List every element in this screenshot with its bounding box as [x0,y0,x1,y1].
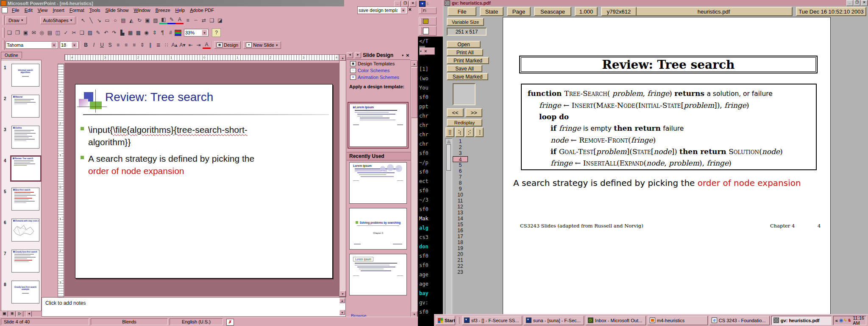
taskbar-button-inbox-microsoft-out-[interactable]: Inbox - Microsoft Out... [586,316,646,325]
gv-print-marked-button[interactable]: Print Marked [447,57,489,64]
unmark-all-pages-button[interactable]: ⢸ [475,127,484,137]
slide[interactable]: Review: Tree search \input{\file{algorit… [75,84,333,278]
mark-all-pages-button[interactable]: ⣿ [445,127,454,137]
slide-thumbnail-8[interactable]: Greedy best-first search example [11,281,39,304]
bullet-text[interactable]: A search strategy is defined by picking … [88,152,254,177]
slide-thumbnail-5[interactable]: Best-first search [11,188,39,211]
menu-format[interactable]: Format [67,7,87,14]
gv-page-number-14[interactable]: 14 [453,216,468,222]
clip-art-icon[interactable]: ▣ [143,17,151,24]
powerpoint-titlebar[interactable]: Microsoft PowerPoint - [m4-heuristics] [0,0,344,6]
find-toolbar-close-icon[interactable]: ✕ [408,7,412,12]
line-color-icon[interactable]: ✎ [167,17,175,24]
menu-view[interactable]: View [35,7,50,14]
scroll-up-icon[interactable]: ▲ [339,298,345,303]
scroll-up-icon[interactable]: ▲ [411,61,417,67]
menu-window[interactable]: Window [131,7,153,14]
task-pane-forward-icon[interactable]: ▸ [355,52,361,58]
gv-page-number-10[interactable]: 10 [453,192,468,198]
mark-current-page-button[interactable]: ⡪ [465,127,474,137]
font-color-icon[interactable]: A [175,17,184,24]
taskbar-button-cs-3243-foundatio-[interactable]: CS 3243 - Foundatio... [709,316,770,325]
task-pane-back-icon[interactable]: ◂ [347,52,353,58]
gv-page-number-5[interactable]: 5 [453,162,468,168]
taskbar-button-suna-suna-f-sec-[interactable]: suna - [suna] - F-Sec... [524,316,584,325]
line-spacing-icon[interactable]: ⇕ [138,41,146,49]
line-style-icon[interactable]: ≡ [184,17,192,24]
bold-icon[interactable]: B [82,41,90,49]
dash-style-icon[interactable]: ┄ [192,17,200,24]
color-grayscale-icon[interactable] [175,30,181,36]
taskbar-button-sf3-f-secure-ss-[interactable]: sf3 - [] - F-Secure SS... [462,316,522,325]
cut-icon[interactable]: ✂ [70,29,78,37]
slide-thumbnail-1[interactable]: Informed search algorithms [11,64,39,87]
gv-variable-size-button[interactable]: Variable Size [447,18,484,26]
menu-adobe-pdf[interactable]: Adobe PDF [187,7,217,14]
messenger-tray-icon[interactable]: ◉ [839,318,843,323]
align-left-icon[interactable]: ≡ [114,41,122,49]
task-pane-menu-icon[interactable]: ▼ [401,54,404,57]
gv-state-button[interactable]: State [480,7,504,16]
insert-chart-icon[interactable]: ▙ [118,29,126,37]
gv-save-marked-button[interactable]: Save Marked [447,73,488,80]
font-size-combobox[interactable]: 18▼ [60,41,78,49]
taskbar-button-gv-heuristics-pdf[interactable]: gv: heuristics.pdf [771,316,832,325]
increase-font-icon[interactable]: A▴ [170,41,178,49]
redo-icon[interactable]: ↷ [110,29,118,37]
design-template-preview[interactable]: Lorem Ipsum [349,162,407,204]
design-template-preview[interactable]: Lorem Ipsum [349,254,407,295]
gv-page-button[interactable]: Page [507,7,531,16]
paste-icon[interactable]: ▧ [86,29,94,37]
design-template-preview[interactable]: Solving problems by searching Chapter 3 [349,208,407,250]
gv-close-button[interactable]: ✕ [861,0,868,6]
gv-page-number-2[interactable]: 2 [453,144,468,150]
gv-page-number-18[interactable]: 18 [453,239,468,245]
slide-thumbnail-6[interactable]: Romania with step costs in km [11,219,39,242]
gv-page-number-23[interactable]: 23 [453,269,468,275]
gv-minimize-button[interactable]: _ [846,0,853,6]
insert-comment-icon[interactable]: ◉ [142,29,150,37]
insert-table-icon[interactable]: ▦ [126,29,134,37]
autoshapes-menu-button[interactable]: AutoShapes▼ [40,17,76,24]
increase-indent-icon[interactable]: ⇥ [195,41,203,49]
gv-titlebar[interactable]: gv: heuristics.pdf _ ❐ ✕ [443,0,868,6]
power-tray-icon[interactable]: ϟ [844,318,847,323]
gv-1000-button[interactable]: 1.000 [575,7,598,16]
gv-seascape-button[interactable]: Seascape [534,7,571,16]
menu-help[interactable]: Help [173,7,188,14]
slide-thumbnail-2[interactable]: Material [11,95,39,118]
font-color2-icon[interactable]: A [203,41,211,49]
gv-y792x612-button[interactable]: y792x612 [601,7,637,16]
new-slide-button[interactable]: ✦New Slide▼ [243,41,281,49]
font-name-combobox[interactable]: Tahoma▼ [6,41,58,49]
gv-redisplay-button[interactable]: Redisplay [447,119,482,126]
gv-page-number-1[interactable]: 1 [453,138,468,144]
wordart-icon[interactable]: ◭ [127,17,135,24]
gv-open-button[interactable]: Open [447,41,481,48]
search-icon[interactable]: ◎ [38,29,46,37]
align-center-icon[interactable]: ≡ [122,41,130,49]
line-icon[interactable]: ╲ [87,17,95,24]
gv-page-number-15[interactable]: 15 [453,222,468,228]
text-box-icon[interactable]: ▤ [119,17,127,24]
diagram-icon[interactable]: ↻ [135,17,143,24]
scrollbar-thumb[interactable] [411,67,417,118]
menu-breeze[interactable]: Breeze [153,7,173,14]
gv-print-all-button[interactable]: Print All [447,49,483,56]
gv-page-number-8[interactable]: 8 [453,180,468,186]
decrease-font-icon[interactable]: A▾ [178,41,186,49]
gv-page-number-16[interactable]: 16 [453,228,468,233]
gv-file-button[interactable]: File [448,7,476,16]
scrollbar-thumb[interactable] [446,144,451,171]
editor-scrollbar[interactable]: ▲ ▼ [339,54,346,297]
gv-page-number-11[interactable]: 11 [453,198,468,204]
combo-dropdown-icon[interactable]: ▼ [401,7,406,13]
restore-button[interactable]: ❐ [402,1,409,7]
slide-thumbnail-3[interactable]: Outline [11,126,39,149]
gv-page-number-20[interactable]: 20 [453,251,468,257]
task-pane-close-icon[interactable]: ✕ [406,53,409,58]
gv-pagelist-scrollbar[interactable] [445,138,452,315]
gv-page-number-22[interactable]: 22 [453,263,468,269]
gv-page-number-21[interactable]: 21 [453,257,468,263]
menu-file[interactable]: File [9,7,22,14]
